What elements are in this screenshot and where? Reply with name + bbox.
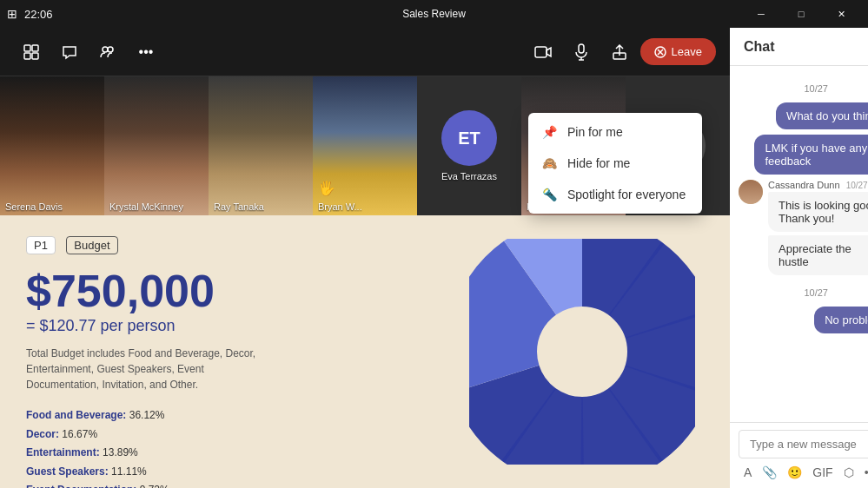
emoji-button[interactable]: 🙂: [784, 464, 805, 481]
chat-title: Chat: [744, 39, 775, 55]
share-button[interactable]: [602, 35, 637, 69]
gif-button[interactable]: GIF: [809, 464, 836, 481]
context-menu-spotlight[interactable]: 🔦 Spotlight for everyone: [528, 179, 702, 210]
title-bar-left: ⊞ 22:06: [7, 7, 53, 21]
participant-thumb-krystal[interactable]: Krystal McKinney: [104, 76, 209, 215]
chat-button[interactable]: [52, 35, 87, 69]
slide-budget-badge: Budget: [66, 236, 117, 254]
camera-button[interactable]: [526, 35, 560, 69]
participant-name-eva: Eva Terrazas: [441, 171, 497, 181]
svg-point-23: [540, 309, 626, 395]
slide-p1-badge: P1: [26, 236, 56, 254]
window-controls: ─ □ ✕: [741, 0, 861, 28]
cassandra-sender-name: Cassandra Dunn 10/27: [768, 180, 868, 190]
app-grid-icon[interactable]: ⊞: [7, 7, 17, 21]
message-bubble-right-1: What do you think?: [776, 102, 868, 129]
avatar-circle-eva: ET: [441, 110, 497, 166]
close-button[interactable]: ✕: [821, 0, 861, 28]
maximize-button[interactable]: □: [781, 0, 821, 28]
toolbar-right: Leave: [526, 35, 716, 69]
svg-rect-0: [24, 45, 30, 51]
cassandra-message-content: Cassandra Dunn 10/27 This is looking goo…: [768, 180, 868, 275]
participants-view-button[interactable]: [14, 35, 49, 69]
more-chat-button[interactable]: •••: [861, 464, 868, 481]
svg-rect-3: [32, 53, 38, 59]
participant-thumb-bryan[interactable]: 🖐️ Bryan W...: [313, 76, 417, 215]
chat-toolbar-row: A 📎 🙂 GIF ⬡ ••• ➤: [739, 464, 868, 481]
window-title: Sales Review: [402, 8, 466, 20]
call-area: •••: [0, 28, 730, 488]
context-menu-pin[interactable]: 📌 Pin for me: [528, 116, 702, 148]
attach-button[interactable]: 📎: [759, 464, 780, 481]
svg-rect-7: [579, 44, 584, 53]
pin-icon: 📌: [542, 125, 557, 139]
hide-icon: 🙈: [542, 156, 557, 170]
pie-chart-svg: [469, 239, 695, 465]
slide-description: Total Budget includes Food and Beverage,…: [26, 346, 269, 392]
raise-hand-icon: 🖐️: [318, 180, 335, 196]
svg-point-5: [108, 47, 113, 52]
leave-button[interactable]: Leave: [640, 38, 716, 65]
call-toolbar: •••: [0, 28, 730, 76]
participant-thumb-serena[interactable]: Serena Davis: [0, 76, 104, 215]
more-options-button[interactable]: •••: [129, 35, 163, 69]
microphone-button[interactable]: [564, 35, 599, 69]
context-menu: 📌 Pin for me 🙈 Hide for me 🔦 Spotlight f…: [528, 113, 702, 214]
cassandra-avatar: [739, 180, 763, 204]
people-button[interactable]: [90, 35, 125, 69]
participant-name-krystal: Krystal McKinney: [109, 201, 183, 212]
svg-rect-6: [535, 47, 547, 57]
main-area: •••: [0, 28, 868, 488]
minimize-button[interactable]: ─: [741, 0, 781, 28]
participant-thumb-ray[interactable]: Ray Tanaka: [209, 76, 313, 215]
svg-point-4: [103, 47, 108, 52]
chat-input-area: A 📎 🙂 GIF ⬡ ••• ➤: [730, 422, 868, 488]
format-button[interactable]: A: [740, 464, 755, 481]
message-date-2: 10/27: [739, 287, 868, 298]
chat-input[interactable]: [739, 430, 868, 458]
chat-header: Chat ✕: [730, 28, 868, 66]
context-menu-hide[interactable]: 🙈 Hide for me: [528, 148, 702, 179]
participant-name-bryan: Bryan W...: [318, 201, 362, 212]
slide-area: P1 Budget $750,000 = $120.77 per person …: [0, 215, 730, 488]
title-bar: ⊞ 22:06 Sales Review ─ □ ✕: [0, 0, 868, 28]
breakdown-item-4: Event Documentation: 9.72%: [26, 481, 704, 488]
participant-avatar-eva[interactable]: ET Eva Terrazas: [417, 76, 521, 215]
svg-rect-1: [32, 45, 38, 51]
chat-panel: Chat ✕ 10/27 What do you think? LMK if y…: [730, 28, 868, 488]
participant-name-ray: Ray Tanaka: [214, 201, 264, 212]
message-bubble-right-3: No problem: [814, 307, 868, 333]
message-left-wrapper: Cassandra Dunn 10/27 This is looking goo…: [739, 180, 868, 275]
toolbar-left: •••: [14, 35, 163, 69]
pie-chart: [469, 239, 695, 465]
cassandra-message-2: Appreciate the hustle: [768, 235, 868, 275]
breakdown-item-3: Guest Speakers: 11.11%: [26, 463, 704, 482]
sticker-button[interactable]: ⬡: [840, 464, 858, 481]
cassandra-message-1: This is looking good. Thank you!: [768, 192, 868, 232]
chat-tools-left: A 📎 🙂 GIF ⬡ •••: [740, 464, 868, 481]
time-display: 22:06: [24, 8, 53, 21]
message-date-1: 10/27: [739, 83, 868, 94]
message-bubble-right-2: LMK if you have any feedback: [754, 135, 868, 175]
spotlight-icon: 🔦: [542, 188, 557, 201]
svg-rect-2: [24, 53, 30, 59]
chat-messages: 10/27 What do you think? LMK if you have…: [730, 66, 868, 422]
participant-name-serena: Serena Davis: [5, 201, 63, 212]
